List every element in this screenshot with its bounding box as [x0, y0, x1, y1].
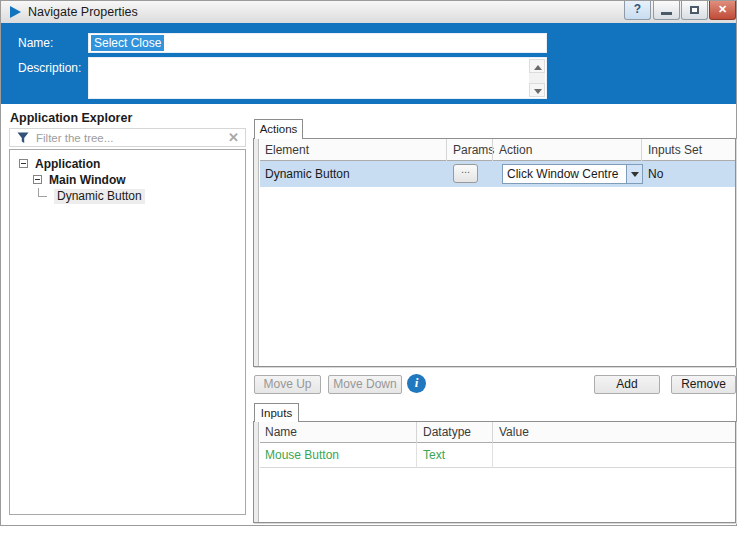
inputs-grid-header: Name Datatype Value	[260, 422, 735, 443]
col-params: Params	[453, 139, 494, 161]
tree-item-label: Main Window	[49, 173, 126, 188]
tree-expander-icon[interactable]	[33, 175, 42, 184]
close-icon: ✕	[718, 3, 727, 15]
tab-actions[interactable]: Actions	[254, 119, 303, 139]
move-up-button[interactable]: Move Up	[254, 375, 321, 394]
description-textarea[interactable]	[88, 57, 547, 99]
application-tree[interactable]: Application Main Window Dynamic Button	[9, 149, 246, 515]
description-scrollbar[interactable]	[529, 59, 545, 97]
col-datatype: Datatype	[423, 422, 471, 443]
col-action: Action	[499, 139, 532, 161]
cell-inputs-set: No	[648, 161, 663, 187]
name-input-selected-text: Select Close	[91, 35, 164, 51]
minimize-button[interactable]	[653, 1, 680, 20]
actions-grid[interactable]: Element Params Action Inputs Set Dynamic…	[253, 138, 736, 367]
cell-input-name: Mouse Button	[265, 443, 339, 468]
name-label: Name:	[18, 36, 53, 50]
action-dropdown[interactable]: Click Window Centre	[502, 164, 643, 184]
properties-header: Name: Select Close Description:	[1, 23, 736, 104]
row-header-strip	[254, 422, 259, 522]
tree-item-label: Dynamic Button	[54, 189, 145, 204]
minimize-icon	[661, 12, 672, 15]
maximize-button[interactable]	[681, 1, 708, 20]
info-icon	[407, 374, 426, 393]
dropdown-arrow-icon[interactable]	[626, 165, 642, 183]
scroll-up-icon[interactable]	[529, 59, 545, 73]
tree-filter-input[interactable]: Filter the tree... ✕	[9, 128, 246, 147]
actions-grid-header: Element Params Action Inputs Set	[260, 139, 735, 161]
actions-row[interactable]: Dynamic Button ... Click Window Centre N…	[260, 161, 735, 187]
inputs-row[interactable]: Mouse Button Text	[260, 443, 735, 468]
description-label: Description:	[18, 61, 81, 75]
params-button[interactable]: ...	[453, 164, 478, 183]
add-button[interactable]: Add	[594, 375, 660, 394]
col-name: Name	[265, 422, 297, 443]
clear-filter-icon[interactable]: ✕	[228, 130, 239, 145]
tree-expander-icon[interactable]	[19, 159, 28, 168]
col-element: Element	[265, 139, 309, 161]
scroll-down-icon[interactable]	[529, 83, 545, 97]
app-icon	[10, 6, 21, 18]
col-value: Value	[499, 422, 529, 443]
name-input[interactable]: Select Close	[88, 33, 547, 53]
help-button[interactable]: ?	[624, 1, 651, 20]
tree-item-label: Application	[35, 157, 100, 172]
action-dropdown-value: Click Window Centre	[507, 165, 618, 183]
maximize-icon	[690, 6, 699, 14]
remove-button[interactable]: Remove	[671, 375, 736, 394]
filter-funnel-icon	[17, 132, 29, 144]
close-button[interactable]: ✕	[709, 1, 736, 20]
filter-placeholder: Filter the tree...	[36, 132, 113, 144]
cell-element: Dynamic Button	[265, 161, 350, 187]
col-inputs-set: Inputs Set	[648, 139, 702, 161]
navigate-properties-dialog: Navigate Properties ? ✕ Name: Select Clo…	[0, 0, 737, 526]
tab-inputs[interactable]: Inputs	[254, 403, 299, 422]
move-down-button[interactable]: Move Down	[328, 375, 402, 394]
row-header-strip	[254, 139, 259, 366]
window-title: Navigate Properties	[28, 5, 138, 19]
inputs-grid[interactable]: Name Datatype Value Mouse Button Text	[253, 421, 736, 523]
application-explorer-title: Application Explorer	[10, 111, 132, 125]
tree-connector	[38, 188, 47, 197]
cell-input-datatype: Text	[423, 443, 445, 468]
